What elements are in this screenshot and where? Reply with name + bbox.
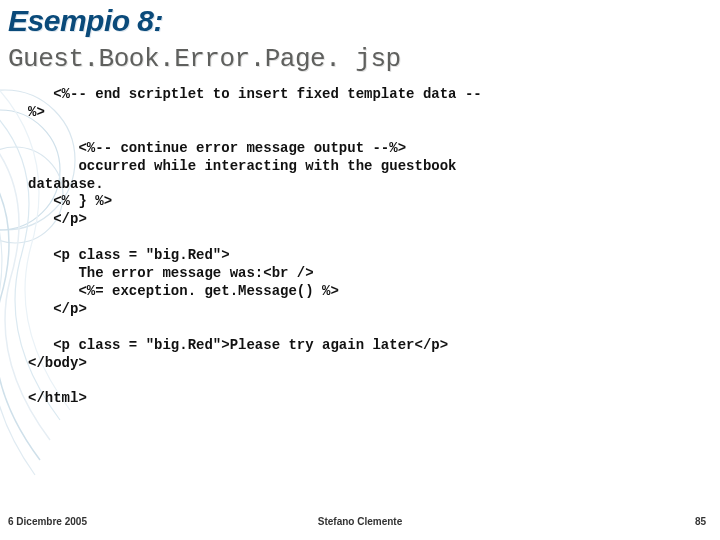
slide-title: Esempio 8: — [8, 4, 163, 38]
footer-author: Stefano Clemente — [0, 516, 720, 527]
slide-subtitle: Guest.Book.Error.Page. jsp — [8, 44, 401, 74]
footer-page-number: 85 — [695, 516, 706, 527]
slide-footer: 6 Dicembre 2005 Stefano Clemente 85 — [0, 516, 720, 532]
code-block: <%-- end scriptlet to insert fixed templ… — [28, 86, 698, 408]
